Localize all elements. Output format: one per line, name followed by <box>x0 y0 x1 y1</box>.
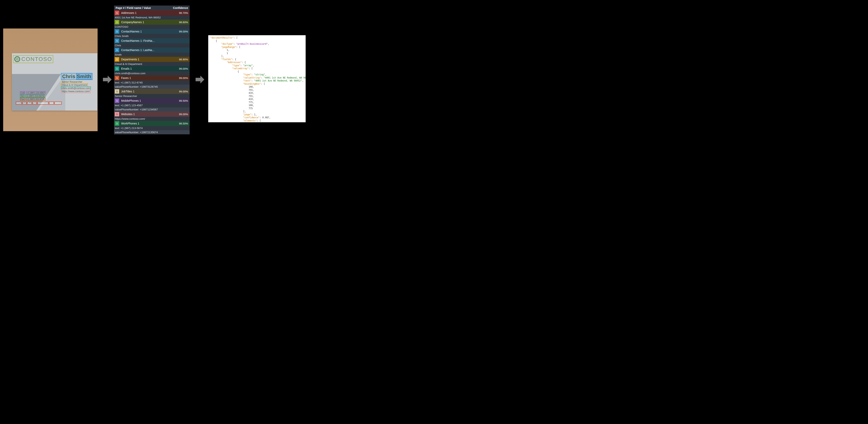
page-badge: 1 <box>115 48 119 52</box>
field-confidence: 98.90% <box>179 58 190 61</box>
field-confidence: 99.00% <box>179 113 190 116</box>
page-badge: 1 <box>115 39 119 43</box>
arrow-right-icon <box>195 75 204 84</box>
cell-label: Cell <box>20 91 25 94</box>
address-word: NE <box>32 101 37 105</box>
field-name: Addresses 1 <box>121 11 179 14</box>
page-badge: 1 <box>115 66 119 71</box>
cell-number: +1 (987) 123-4567 <box>26 91 46 94</box>
result-row-dept[interactable]: 1Departments 198.90% <box>114 57 190 62</box>
website: https://www.contoso.com/ <box>61 90 91 93</box>
field-value: text: +1 (987) 123-4567 <box>114 103 190 107</box>
address-word: Redmond, <box>37 101 49 105</box>
field-value: Smith <box>114 53 190 57</box>
svg-marker-1 <box>195 75 204 84</box>
address-word: 98052 <box>54 101 62 105</box>
businesscard: CONTOSO Chris Smith Senior Researcher Cl… <box>12 53 97 110</box>
field-name: Emails 1 <box>121 67 179 70</box>
page-badge: 1 <box>115 29 119 34</box>
field-value: 4001 1st Ave NE Redmond, WA 98052 <box>114 15 190 20</box>
results-header: Page # / Field name / Value Confidence <box>114 5 190 10</box>
field-value: CONTOSO <box>114 25 190 29</box>
businesscard-photo: CONTOSO Chris Smith Senior Researcher Cl… <box>3 29 98 131</box>
phone-block: Cell +1 (987) 123-4567 Tel +1 (987) 213-… <box>20 91 46 101</box>
page-badge: 1 <box>115 89 119 94</box>
field-value: valuePhoneNumber: +19871234567 <box>114 107 190 111</box>
field-value: valuePhoneNumber: +19873126745 <box>114 85 190 89</box>
result-row-addresses[interactable]: 1Addresses 198.70% <box>114 10 190 15</box>
contact-first-name: Chris <box>62 73 75 79</box>
page-badge: 1 <box>115 11 119 15</box>
field-confidence: 99.00% <box>179 67 190 70</box>
field-confidence: 98.70% <box>179 11 190 14</box>
contact-name: Chris Smith <box>61 73 93 80</box>
result-row-emails[interactable]: 1Emails 199.00% <box>114 66 190 71</box>
json-code: "documentResults": [ { "docType": "prebu… <box>210 36 304 122</box>
results-panel: Page # / Field name / Value Confidence 1… <box>114 5 190 134</box>
diagram-canvas: CONTOSO Chris Smith Senior Researcher Cl… <box>0 0 309 151</box>
field-confidence: 98.50% <box>179 122 190 125</box>
results-header-left: Page # / Field name / Value <box>116 6 151 9</box>
company-logo: CONTOSO <box>13 55 53 63</box>
field-value: chris.smith@contoso.com <box>114 71 190 75</box>
address-word: 1st <box>22 101 27 105</box>
field-confidence: 99.00% <box>179 30 190 33</box>
address-block: 40011stAveNERedmond,WA98052 <box>16 101 62 105</box>
field-confidence: 99.50% <box>179 99 190 102</box>
field-name: Faxes 1 <box>121 76 179 79</box>
result-row-company[interactable]: 1CompanyNames 198.60% <box>114 20 190 25</box>
result-row-jobs[interactable]: 1JobTitles 199.00% <box>114 89 190 94</box>
fax-number: +1 (987) 312-6745 <box>26 98 45 101</box>
address-word: 4001 <box>16 101 22 105</box>
field-name: ContactNames 1: LastNa... <box>121 48 188 52</box>
contact-last-name: Smith <box>76 73 91 80</box>
page-badge: 1 <box>115 121 119 126</box>
field-value: Chris Smith <box>114 34 190 38</box>
result-row-contact[interactable]: 1ContactNames 199.00% <box>114 29 190 34</box>
field-value: Chris <box>114 43 190 47</box>
field-value: valuePhoneNumber: +19872135674 <box>114 130 190 134</box>
field-value: https://www.contoso.com/ <box>114 117 190 121</box>
field-name: JobTitles 1 <box>121 90 179 93</box>
svg-marker-0 <box>103 75 112 84</box>
result-row-workphones[interactable]: 1WorkPhones 198.50% <box>114 121 190 126</box>
result-row-websites[interactable]: 1Websites 199.00% <box>114 111 190 117</box>
field-name: Websites 1 <box>121 112 179 116</box>
address-word: WA <box>49 101 54 105</box>
field-name: CompanyNames 1 <box>121 21 179 24</box>
field-confidence: 99.00% <box>179 76 190 79</box>
field-confidence: 98.60% <box>179 21 190 24</box>
field-name: Departments 1 <box>121 58 179 61</box>
tel-label: Tel <box>20 94 24 98</box>
page-badge: 1 <box>115 20 119 24</box>
result-row-faxes[interactable]: 1Faxes 199.00% <box>114 75 190 80</box>
page-badge: 1 <box>115 76 119 80</box>
field-value: Senior Researcher <box>114 94 190 98</box>
field-confidence: 99.00% <box>179 90 190 93</box>
field-value: Cloud & AI Department <box>114 62 190 66</box>
fax-label: Fax <box>20 98 25 101</box>
result-row-contact_ln[interactable]: 1ContactNames 1: LastNa... <box>114 47 190 53</box>
page-badge: 1 <box>115 112 119 116</box>
arrow-right-icon <box>103 75 112 84</box>
results-header-right: Confidence <box>173 6 188 9</box>
page-badge: 1 <box>115 99 119 103</box>
field-name: ContactNames 1: FirstNa... <box>121 39 188 42</box>
field-value: text: +1 (987) 213-5674 <box>114 126 190 130</box>
address-word: Ave <box>27 101 32 105</box>
result-row-contact_fn[interactable]: 1ContactNames 1: FirstNa... <box>114 38 190 43</box>
tel-number: +1 (987) 213-5674 <box>25 94 45 98</box>
results-body: 1Addresses 198.70%4001 1st Ave NE Redmon… <box>114 10 190 134</box>
logo-icon <box>14 56 20 62</box>
json-output-panel: "documentResults": [ { "docType": "prebu… <box>208 35 306 122</box>
page-badge: 1 <box>115 57 119 62</box>
field-name: MobilePhones 1 <box>121 99 179 102</box>
company-name: CONTOSO <box>21 56 52 62</box>
field-name: ContactNames 1 <box>121 30 179 33</box>
field-value: text: +1 (987) 312-6745 <box>114 80 190 85</box>
field-name: WorkPhones 1 <box>121 122 179 125</box>
result-row-mobiles[interactable]: 1MobilePhones 199.50% <box>114 98 190 103</box>
